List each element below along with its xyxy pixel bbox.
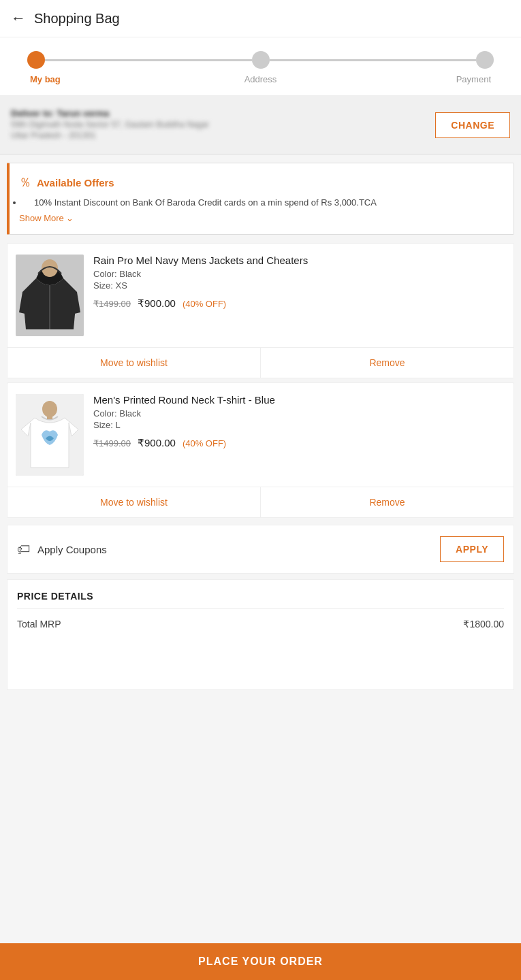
product-pricing-1: ₹1499.00 ₹900.00 (40% OFF) (93, 297, 505, 310)
product-color-2: Color: Black (93, 408, 505, 419)
show-more-button[interactable]: Show More ⌄ (19, 213, 504, 223)
steps-track (27, 51, 494, 69)
offer-icon: ％ (19, 174, 31, 191)
total-mrp-value: ₹1800.00 (463, 619, 504, 630)
svg-point-4 (42, 401, 57, 417)
step1-2-line (45, 59, 252, 61)
discounted-price-2: ₹900.00 (138, 437, 176, 449)
show-more-label: Show More (19, 213, 64, 223)
price-row-total-mrp: Total MRP ₹1800.00 (17, 619, 504, 630)
offer-list: 10% Instant Discount on Bank Of Baroda C… (19, 197, 504, 208)
product-size-2: Size: L (93, 420, 505, 430)
product-details-2: Men's Printed Round Neck T-shirt - Blue … (93, 394, 505, 476)
page-title: Shopping Bag (34, 11, 120, 27)
remove-product-2[interactable]: Remove (261, 487, 514, 517)
product-item-2: Men's Printed Round Neck T-shirt - Blue … (7, 382, 514, 518)
step2-label: Address (234, 74, 288, 84)
discounted-price-1: ₹900.00 (138, 297, 176, 310)
discount-badge-2: (40% OFF) (183, 438, 226, 448)
product-row-2: Men's Printed Round Neck T-shirt - Blue … (7, 383, 514, 487)
deliver-to-label: Deliver to: Tarun verma (11, 108, 427, 118)
product-pricing-2: ₹1499.00 ₹900.00 (40% OFF) (93, 437, 505, 449)
step1-label: My bag (30, 74, 84, 84)
coupon-section: 🏷 Apply Coupons APPLY (7, 525, 514, 574)
product-size-1: Size: XS (93, 280, 505, 291)
deliver-label: Deliver to: Tarun verma (11, 108, 109, 118)
product-actions-1: Move to wishlist Remove (7, 347, 514, 378)
jacket-image (16, 255, 84, 336)
product-item-1: Rain Pro Mel Navy Mens Jackets and Cheat… (7, 243, 514, 378)
coupon-tag-icon: 🏷 (17, 542, 31, 557)
address-line1: 59th Digimath Noda Sector 57, Gautam Bud… (11, 120, 427, 129)
product-actions-2: Move to wishlist Remove (7, 487, 514, 517)
original-price-1: ₹1499.00 (93, 299, 131, 309)
step2-3-line (270, 59, 477, 61)
product-name-1: Rain Pro Mel Navy Mens Jackets and Cheat… (93, 255, 505, 266)
offers-header: ％ Available Offers (19, 174, 504, 191)
change-address-button[interactable]: CHANGE (435, 112, 510, 138)
product-row-1: Rain Pro Mel Navy Mens Jackets and Cheat… (7, 244, 514, 347)
apply-coupon-button[interactable]: APPLY (440, 536, 504, 562)
price-details-heading: PRICE DETAILS (17, 591, 504, 609)
back-button[interactable]: ← (11, 10, 26, 27)
address-info: Deliver to: Tarun verma 59th Digimath No… (11, 108, 427, 142)
offer-item-1: 10% Instant Discount on Bank Of Baroda C… (23, 197, 504, 208)
product-color-1: Color: Black (93, 269, 505, 279)
address-line2: Uttar Pradesh - 201301 (11, 131, 427, 140)
move-to-wishlist-2[interactable]: Move to wishlist (7, 487, 260, 517)
product-image-1 (16, 255, 84, 336)
step3-label: Payment (437, 74, 491, 84)
svg-rect-5 (47, 415, 52, 419)
place-order-button[interactable]: PLACE YOUR ORDER (0, 943, 521, 980)
price-section: PRICE DETAILS Total MRP ₹1800.00 (7, 579, 514, 690)
coupon-label: Apply Coupons (37, 544, 107, 555)
product-name-2: Men's Printed Round Neck T-shirt - Blue (93, 394, 505, 406)
discount-badge-1: (40% OFF) (183, 299, 226, 309)
total-mrp-label: Total MRP (17, 619, 61, 630)
remove-product-1[interactable]: Remove (261, 348, 514, 378)
offers-section: ％ Available Offers 10% Instant Discount … (7, 163, 514, 235)
move-to-wishlist-1[interactable]: Move to wishlist (7, 348, 260, 378)
steps-labels: My bag Address Payment (27, 74, 494, 84)
coupon-left: 🏷 Apply Coupons (17, 542, 107, 557)
original-price-2: ₹1499.00 (93, 438, 131, 448)
product-details-1: Rain Pro Mel Navy Mens Jackets and Cheat… (93, 255, 505, 336)
offers-title: Available Offers (37, 177, 114, 189)
header: ← Shopping Bag (0, 0, 521, 37)
progress-section: My bag Address Payment (0, 37, 521, 96)
tshirt-image (16, 394, 84, 476)
step1-dot (27, 51, 45, 69)
chevron-down-icon: ⌄ (66, 213, 74, 223)
product-image-2 (16, 394, 84, 476)
address-section: Deliver to: Tarun verma 59th Digimath No… (0, 96, 521, 154)
step2-dot (252, 51, 270, 69)
step3-dot (476, 51, 494, 69)
